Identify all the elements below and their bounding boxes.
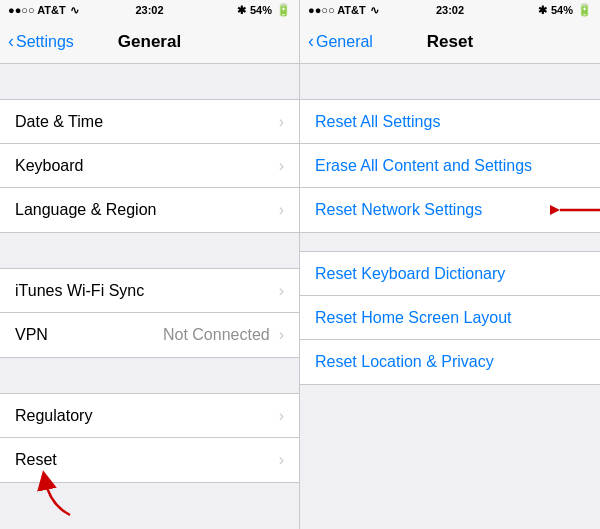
left-battery-label: 54% (250, 4, 272, 16)
left-section-gap-1 (0, 64, 299, 99)
reset-network-item[interactable]: Reset Network Settings (300, 188, 600, 232)
left-status-bar: ●●○○ AT&T ∿ 23:02 ✱ 54% 🔋 (0, 0, 299, 20)
chevron-icon: › (279, 407, 284, 425)
left-battery-icon: 🔋 (276, 3, 291, 17)
chevron-icon: › (279, 451, 284, 469)
left-status-left: ●●○○ AT&T ∿ (8, 4, 79, 17)
right-back-label: General (316, 33, 373, 51)
chevron-icon: › (279, 113, 284, 131)
list-item[interactable]: VPN Not Connected › (0, 313, 299, 357)
left-carrier: ●●○○ AT&T (8, 4, 66, 16)
left-back-chevron-icon: ‹ (8, 31, 14, 52)
right-nav-title: Reset (427, 32, 473, 52)
list-item[interactable]: iTunes Wi-Fi Sync › (0, 269, 299, 313)
list-item[interactable]: Regulatory › (0, 394, 299, 438)
red-arrow-right (550, 195, 600, 225)
list-item[interactable]: Keyboard › (0, 144, 299, 188)
list-item[interactable]: Date & Time › (0, 100, 299, 144)
red-arrow-left (30, 470, 90, 520)
left-time: 23:02 (135, 4, 163, 16)
right-time: 23:02 (436, 4, 464, 16)
left-back-label: Settings (16, 33, 74, 51)
reset-home-screen-label: Reset Home Screen Layout (315, 309, 512, 327)
right-section-1: Reset All Settings Erase All Content and… (300, 99, 600, 233)
right-battery-icon: 🔋 (577, 3, 592, 17)
left-section-gap-3 (0, 358, 299, 393)
left-section-3: Regulatory › Reset › (0, 393, 299, 483)
right-bluetooth-icon: ✱ (538, 4, 547, 17)
left-section-gap-2 (0, 233, 299, 268)
right-battery-label: 54% (551, 4, 573, 16)
right-section-gap-1 (300, 64, 600, 99)
right-section-gap-2 (300, 233, 600, 251)
left-bluetooth-icon: ✱ (237, 4, 246, 17)
vpn-label: VPN (15, 326, 48, 344)
right-wifi-icon: ∿ (370, 4, 379, 17)
right-nav-bar: ‹ General Reset (300, 20, 600, 64)
left-panel: ●●○○ AT&T ∿ 23:02 ✱ 54% 🔋 ‹ Settings Gen… (0, 0, 300, 529)
reset-home-screen-item[interactable]: Reset Home Screen Layout (300, 296, 600, 340)
itunes-wifi-label: iTunes Wi-Fi Sync (15, 282, 144, 300)
reset-network-label: Reset Network Settings (315, 201, 482, 219)
left-section-1: Date & Time › Keyboard › Language & Regi… (0, 99, 299, 233)
right-back-chevron-icon: ‹ (308, 31, 314, 52)
right-section-2: Reset Keyboard Dictionary Reset Home Scr… (300, 251, 600, 385)
right-back-button[interactable]: ‹ General (308, 31, 373, 52)
right-status-right: ✱ 54% 🔋 (538, 3, 592, 17)
list-item[interactable]: Language & Region › (0, 188, 299, 232)
left-nav-bar: ‹ Settings General (0, 20, 299, 64)
regulatory-label: Regulatory (15, 407, 92, 425)
left-nav-title: General (118, 32, 181, 52)
right-status-left: ●●○○ AT&T ∿ (308, 4, 379, 17)
chevron-icon: › (279, 201, 284, 219)
reset-all-settings-item[interactable]: Reset All Settings (300, 100, 600, 144)
right-panel: ●●○○ AT&T ∿ 23:02 ✱ 54% 🔋 ‹ General Rese… (300, 0, 600, 529)
vpn-value: Not Connected (163, 326, 270, 344)
reset-location-label: Reset Location & Privacy (315, 353, 494, 371)
right-status-bar: ●●○○ AT&T ∿ 23:02 ✱ 54% 🔋 (300, 0, 600, 20)
erase-content-label: Erase All Content and Settings (315, 157, 532, 175)
left-section-2: iTunes Wi-Fi Sync › VPN Not Connected › (0, 268, 299, 358)
reset-label: Reset (15, 451, 57, 469)
reset-location-item[interactable]: Reset Location & Privacy (300, 340, 600, 384)
erase-content-item[interactable]: Erase All Content and Settings (300, 144, 600, 188)
chevron-icon: › (279, 326, 284, 344)
left-status-right: ✱ 54% 🔋 (237, 3, 291, 17)
keyboard-label: Keyboard (15, 157, 84, 175)
reset-all-settings-label: Reset All Settings (315, 113, 440, 131)
reset-list-item[interactable]: Reset › (0, 438, 299, 482)
reset-keyboard-label: Reset Keyboard Dictionary (315, 265, 505, 283)
chevron-icon: › (279, 282, 284, 300)
chevron-icon: › (279, 157, 284, 175)
language-region-label: Language & Region (15, 201, 156, 219)
date-time-label: Date & Time (15, 113, 103, 131)
left-back-button[interactable]: ‹ Settings (8, 31, 74, 52)
reset-keyboard-item[interactable]: Reset Keyboard Dictionary (300, 252, 600, 296)
left-wifi-icon: ∿ (70, 4, 79, 17)
right-carrier: ●●○○ AT&T (308, 4, 366, 16)
